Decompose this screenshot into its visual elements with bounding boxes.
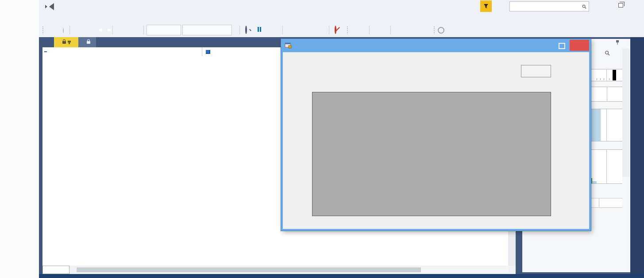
insights-icon xyxy=(438,27,444,34)
close-button[interactable] xyxy=(631,0,644,11)
search-icon[interactable] xyxy=(582,4,586,9)
step-into-icon[interactable] xyxy=(294,26,301,34)
zoom-out-icon[interactable] xyxy=(605,50,610,56)
form-icon xyxy=(285,42,292,49)
step-out-icon[interactable] xyxy=(311,26,318,34)
horizontal-scrollbar[interactable] xyxy=(76,267,509,273)
back-dropdown-icon[interactable] xyxy=(55,26,58,34)
stop-icon[interactable] xyxy=(264,26,271,34)
datagridview[interactable] xyxy=(312,92,551,216)
bookmark-icon[interactable] xyxy=(393,26,401,34)
method-icon xyxy=(206,50,210,54)
platform-combo[interactable] xyxy=(182,25,232,35)
toolbar-grip[interactable] xyxy=(433,26,435,34)
pin-icon[interactable] xyxy=(69,41,70,44)
status-bar xyxy=(39,274,644,278)
undo-icon[interactable] xyxy=(116,26,123,34)
form2-titlebar[interactable] xyxy=(281,39,591,52)
pin-icon[interactable] xyxy=(615,40,620,45)
increase-indent-icon[interactable] xyxy=(381,26,388,34)
tab-form2-code[interactable] xyxy=(54,37,78,47)
restore-button[interactable] xyxy=(614,0,627,11)
form2-maximize-button[interactable] xyxy=(559,43,565,49)
bookmarks-overflow-icon[interactable] xyxy=(427,26,431,34)
solution-explorer-side-tab[interactable] xyxy=(630,37,644,274)
toolbar xyxy=(39,23,644,37)
flow-display-icon[interactable] xyxy=(359,26,366,34)
button1[interactable] xyxy=(521,65,551,77)
editor-zoom-dropdown[interactable] xyxy=(42,266,69,274)
form2-close-button[interactable] xyxy=(570,40,589,51)
tab-form1[interactable] xyxy=(109,37,121,47)
scrollbar-thumb[interactable] xyxy=(77,267,421,272)
tab-form2-design[interactable] xyxy=(78,37,96,47)
new-item-dropdown-icon[interactable] xyxy=(81,26,85,34)
vb-project-icon xyxy=(44,51,47,52)
disable-breakpoints-icon[interactable] xyxy=(335,26,336,34)
toolbar-grip[interactable] xyxy=(42,26,44,34)
toolbar-overflow-icon[interactable] xyxy=(450,26,454,34)
quick-launch-input[interactable] xyxy=(510,4,582,10)
clear-bookmarks-icon[interactable] xyxy=(419,26,426,34)
toolbar-grip[interactable] xyxy=(347,26,348,34)
debug-config-combo[interactable] xyxy=(147,25,181,35)
snapshot-icon[interactable] xyxy=(245,26,247,34)
account-area[interactable] xyxy=(626,13,631,23)
minimize-button[interactable] xyxy=(598,0,610,11)
open-file-icon[interactable] xyxy=(86,26,93,34)
hex-display-icon[interactable] xyxy=(351,26,358,34)
notifications-flag-icon[interactable] xyxy=(480,0,492,12)
menubar xyxy=(39,13,644,23)
pause-icon[interactable] xyxy=(258,27,261,32)
lock-icon xyxy=(87,41,90,44)
next-bookmark-icon[interactable] xyxy=(410,26,417,34)
timeline-event-marker xyxy=(613,70,616,80)
undo-dropdown-icon[interactable] xyxy=(124,26,127,34)
editor-bottom-bar xyxy=(42,266,516,274)
panel-scrollbar[interactable] xyxy=(622,49,629,177)
form2-window xyxy=(281,39,591,231)
redo-icon[interactable] xyxy=(129,26,136,34)
overflow-icon[interactable] xyxy=(251,26,255,34)
restore-icon xyxy=(618,3,623,8)
step-back-icon[interactable] xyxy=(319,26,326,34)
tab-foodsample[interactable] xyxy=(42,37,54,47)
prev-bookmark-icon[interactable] xyxy=(402,26,409,34)
decrease-indent-icon[interactable] xyxy=(372,26,379,34)
tab-order[interactable] xyxy=(131,37,143,47)
redo-dropdown-icon[interactable] xyxy=(137,26,141,34)
form2-client-area xyxy=(283,52,589,229)
scroll-down-icon[interactable] xyxy=(508,259,516,266)
show-next-statement-icon[interactable] xyxy=(285,26,293,34)
restart-icon[interactable] xyxy=(273,26,280,34)
step-over-icon[interactable] xyxy=(302,26,309,34)
document-tabstrip xyxy=(42,37,143,47)
new-item-icon[interactable] xyxy=(73,26,80,34)
screen xyxy=(0,0,644,278)
application-insights-dropdown[interactable] xyxy=(438,27,449,34)
project-dropdown[interactable] xyxy=(42,47,202,56)
navigate-forward-icon[interactable] xyxy=(63,28,64,33)
lock-icon xyxy=(62,41,66,44)
vs-titlebar xyxy=(39,0,644,13)
quick-launch xyxy=(509,1,589,11)
breakpoints-dropdown-icon[interactable] xyxy=(340,26,344,34)
visual-studio-logo-icon xyxy=(45,3,54,10)
